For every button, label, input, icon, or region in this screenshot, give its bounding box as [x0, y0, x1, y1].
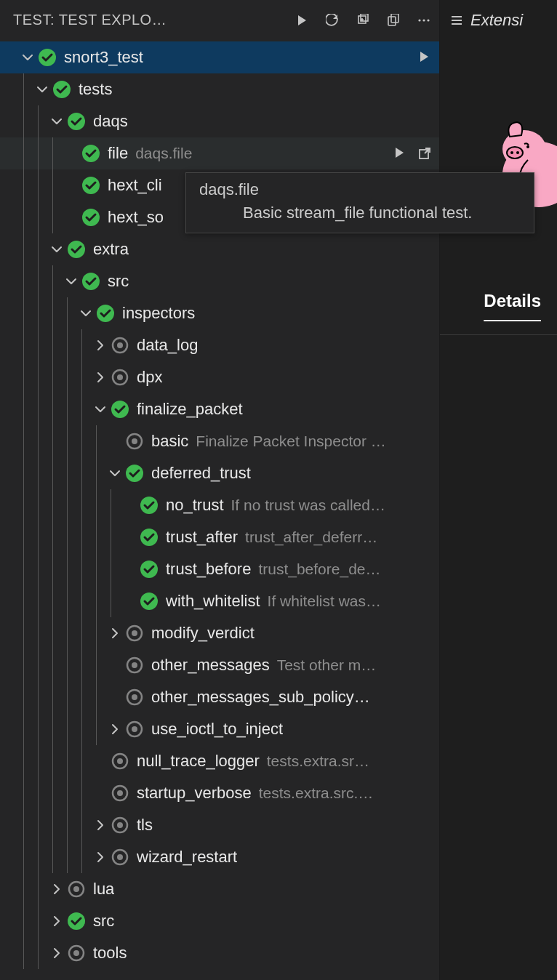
chevron-down-icon[interactable]	[19, 49, 36, 66]
tree-item-src[interactable]: src	[0, 905, 439, 937]
status-pass-icon	[140, 496, 159, 515]
tree-item-description: tests.extra.sr…	[267, 752, 369, 770]
tree-item-label: startup_verbose	[137, 784, 252, 803]
tree-item-label: tests	[79, 80, 112, 99]
tree-item-description: daqs.file	[135, 145, 192, 162]
test-explorer-panel: TEST: TEST EXPLO… snort3_testtestsdaqsfi…	[0, 0, 440, 980]
tree-item-description: trust_after_deferr…	[245, 529, 377, 546]
chevron-down-icon[interactable]	[63, 273, 80, 290]
chevron-down-icon[interactable]	[106, 465, 124, 482]
tree-item-label: trust_before	[166, 560, 251, 579]
chevron-right-icon[interactable]	[92, 369, 109, 386]
run-test-icon[interactable]	[417, 50, 432, 65]
chevron-down-icon[interactable]	[48, 113, 65, 130]
chevron-right-icon[interactable]	[48, 912, 65, 930]
more-icon[interactable]	[417, 14, 430, 27]
status-notrun-icon	[125, 624, 144, 643]
tree-item-label: no_trust	[166, 496, 224, 515]
chevron-down-icon[interactable]	[48, 241, 65, 258]
tree-item-snort3-test[interactable]: snort3_test	[0, 41, 439, 73]
run-all-icon[interactable]	[295, 14, 308, 27]
extension-tab[interactable]: Extensi	[440, 0, 557, 40]
collapse-all-icon[interactable]	[356, 14, 369, 27]
tree-item-trust-before[interactable]: trust_beforetrust_before_de…	[0, 553, 439, 585]
tree-item-label: tools	[93, 944, 127, 963]
tree-item-with-whitelist[interactable]: with_whitelistIf whitelist was…	[0, 585, 439, 617]
svg-point-16	[526, 145, 529, 148]
status-pass-icon	[140, 528, 159, 547]
tree-item-wizard-restart[interactable]: wizard_restart	[0, 841, 439, 873]
status-pass-icon	[52, 80, 71, 99]
chevron-right-icon[interactable]	[106, 624, 124, 642]
tree-item-trust-after[interactable]: trust_aftertrust_after_deferr…	[0, 521, 439, 553]
tree-item-lua[interactable]: lua	[0, 873, 439, 905]
status-pass-icon	[111, 400, 129, 419]
tree-item-extra[interactable]: extra	[0, 233, 439, 265]
status-notrun-icon	[125, 688, 144, 707]
tree-item-other-messages-sub-policy-[interactable]: other_messages_sub_policy…	[0, 681, 439, 713]
chevron-down-icon[interactable]	[33, 81, 51, 98]
copy-icon[interactable]	[387, 14, 400, 27]
tree-item-tls[interactable]: tls	[0, 809, 439, 841]
tree-item-label: daqs	[93, 112, 128, 131]
tree-item-label: data_log	[137, 336, 198, 355]
chevron-right-icon[interactable]	[48, 880, 65, 898]
tree-item-label: with_whitelist	[166, 592, 260, 611]
chevron-right-icon[interactable]	[92, 337, 109, 354]
chevron-right-icon[interactable]	[92, 848, 109, 866]
tree-item-label: basic	[151, 432, 188, 451]
tree-item-dpx[interactable]: dpx	[0, 361, 439, 393]
tree-item-deferred-trust[interactable]: deferred_trust	[0, 457, 439, 489]
chevron-down-icon[interactable]	[77, 305, 95, 322]
tree-item-description: Finalize Packet Inspector …	[196, 433, 385, 450]
status-notrun-icon	[125, 432, 144, 451]
svg-point-14	[510, 151, 513, 154]
tree-item-label: dpx	[137, 368, 162, 387]
tree-item-label: modify_verdict	[151, 624, 255, 643]
tree-item-data-log[interactable]: data_log	[0, 329, 439, 361]
status-notrun-icon	[111, 848, 129, 867]
tree-item-description: tests.extra.src.…	[259, 784, 374, 802]
status-pass-icon	[96, 304, 115, 323]
status-notrun-icon	[67, 944, 86, 963]
tree-item-startup-verbose[interactable]: startup_verbosetests.extra.src.…	[0, 777, 439, 809]
tree-item-finalize-packet[interactable]: finalize_packet	[0, 393, 439, 425]
go-to-test-icon[interactable]	[417, 146, 432, 161]
chevron-right-icon[interactable]	[48, 944, 65, 962]
status-notrun-icon	[111, 752, 129, 771]
tree-item-label: finalize_packet	[137, 400, 243, 419]
status-notrun-icon	[111, 784, 129, 803]
tree-item-tools[interactable]: tools	[0, 937, 439, 969]
details-underline	[440, 334, 557, 335]
status-pass-icon	[38, 48, 57, 67]
tree-item-description: If whitelist was…	[268, 593, 381, 610]
tree-item-src[interactable]: src	[0, 265, 439, 297]
tree-item-other-messages[interactable]: other_messagesTest other m…	[0, 649, 439, 681]
tree-item-daqs[interactable]: daqs	[0, 105, 439, 137]
details-tab[interactable]: Details	[440, 291, 557, 311]
chevron-down-icon[interactable]	[92, 401, 109, 418]
extension-tab-label: Extensi	[470, 11, 523, 30]
status-pass-icon	[140, 560, 159, 579]
tree-item-inspectors[interactable]: inspectors	[0, 297, 439, 329]
tree-item-null-trace-logger[interactable]: null_trace_loggertests.extra.sr…	[0, 745, 439, 777]
chevron-right-icon[interactable]	[92, 816, 109, 834]
status-pass-icon	[140, 592, 159, 611]
tree-item-use-ioctl-to-inject[interactable]: use_ioctl_to_inject	[0, 713, 439, 745]
status-notrun-icon	[111, 336, 129, 355]
tree-item-file[interactable]: filedaqs.file	[0, 137, 439, 169]
refresh-icon[interactable]	[326, 14, 339, 27]
tree-item-no-trust[interactable]: no_trustIf no trust was called…	[0, 489, 439, 521]
tree-item-label: other_messages_sub_policy…	[151, 688, 370, 707]
chevron-right-icon[interactable]	[106, 720, 124, 738]
status-notrun-icon	[111, 368, 129, 387]
tree-item-basic[interactable]: basicFinalize Packet Inspector …	[0, 425, 439, 457]
run-test-icon[interactable]	[393, 146, 407, 161]
tree-item-description: If no trust was called…	[231, 497, 385, 514]
tree-item-tests[interactable]: tests	[0, 73, 439, 105]
hover-tooltip: daqs.file Basic stream_file functional t…	[185, 172, 534, 233]
svg-point-15	[516, 151, 519, 154]
status-pass-icon	[67, 240, 86, 259]
tree-item-label: wizard_restart	[137, 848, 237, 867]
tree-item-modify-verdict[interactable]: modify_verdict	[0, 617, 439, 649]
